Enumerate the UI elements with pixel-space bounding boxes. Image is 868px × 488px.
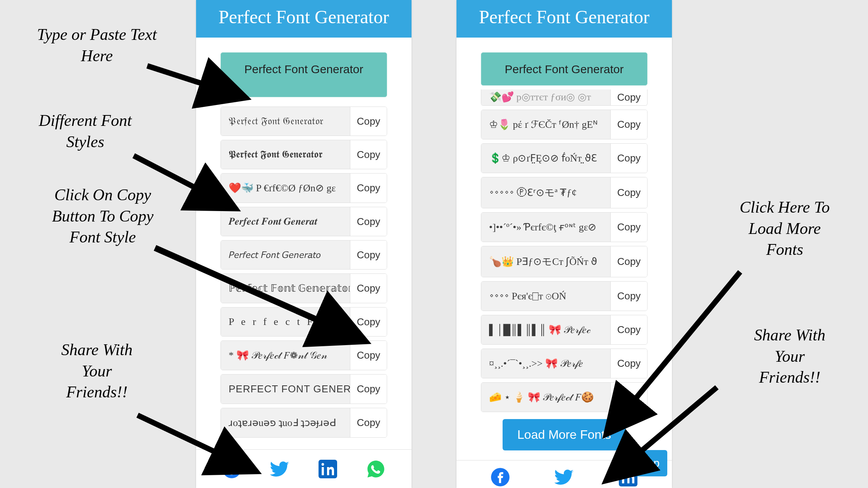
anno-share-right: Share With Your Friends!! — [728, 325, 852, 388]
font-preview: ¤¸¸.•´¯`•¸¸.>> 🎀 𝒫𝑒𝓇𝒻𝑒 — [481, 349, 610, 378]
copy-button[interactable]: Copy — [350, 341, 387, 370]
whatsapp-icon[interactable] — [365, 458, 387, 480]
font-row: ¤¸¸.•´¯`•¸¸.>> 🎀 𝒫𝑒𝓇𝒻𝑒Copy — [481, 349, 648, 378]
twitter-icon[interactable] — [269, 458, 291, 480]
font-preview: ༚༚༚༚ Pєя'є⎕т ⊙OŃ — [481, 282, 610, 311]
copy-button[interactable]: Copy — [350, 140, 387, 169]
phone-left: Perfect Font Generator Perfect Font Gene… — [196, 0, 412, 488]
phone-right: Perfect Font Generator Perfect Font Gene… — [456, 0, 672, 488]
font-row: 𝘗𝘦𝘳𝘧𝘦𝘤𝘵 𝘍𝘰𝘯𝘵 𝘎𝘦𝘯𝘦𝘳𝘢𝘵𝘰Copy — [220, 240, 387, 270]
font-row: ▌│█║▌║▌║ 🎀 𝒫𝑒𝓇𝒻𝑒𝒸Copy — [481, 315, 648, 345]
copy-button[interactable]: Copy — [610, 110, 647, 139]
font-preview: ❤️🐳 P €ґf€©Ø ƒØn⊘ gε — [221, 174, 350, 203]
font-row: ɹoʇɐɹǝuǝפ ʇuoℲ ʇɔǝɟɹǝԀCopy — [220, 408, 387, 438]
copy-button[interactable]: Copy — [350, 107, 387, 136]
font-row: ℙ𝕖𝕣𝕗𝕖𝕔𝕥 𝔽𝕠𝕟𝕥 𝔾𝕖𝕟𝕖𝕣𝕒𝕥𝕠𝕣Copy — [220, 273, 387, 303]
font-preview: ℙ𝕖𝕣𝕗𝕖𝕔𝕥 𝔽𝕠𝕟𝕥 𝔾𝕖𝕟𝕖𝕣𝕒𝕥𝕠𝕣 — [221, 274, 350, 303]
font-row: PERFECT FONT GENERATORCopy — [220, 374, 387, 404]
font-preview: •]••´º´•» Ƥєrfє©ţ ғᵒᶰᵗ gε⊘ — [481, 213, 610, 242]
font-preview: 💸💕 р◎ттєт ƒσи◎ ◎т — [481, 89, 610, 105]
font-row: 💲♔ ρ⊙ґF̤Ę⊙⊘ f́oŃт ̤ϑƐCopy — [481, 143, 648, 173]
copy-button[interactable]: Copy — [610, 89, 647, 105]
copy-button[interactable]: Copy — [350, 375, 387, 404]
font-preview: * 🎀 𝒫𝑒𝓇𝒻𝑒𝒸𝓉 𝐹❁𝓃𝓉 𝒢𝑒𝓃 — [221, 341, 350, 370]
font-preview: 𝕻𝖊𝖗𝖋𝖊𝖈𝖙 𝕱𝖔𝖓𝖙 𝕲𝖊𝖓𝖊𝖗𝖆𝖙𝖔𝖗 — [221, 140, 350, 169]
app-header: Perfect Font Generator — [196, 0, 412, 38]
text-input[interactable]: Perfect Font Generator — [481, 52, 648, 86]
font-row: •]••´º´•» Ƥєrfє©ţ ғᵒᶰᵗ gε⊘Copy — [481, 212, 648, 242]
copy-button[interactable]: Copy — [610, 315, 647, 344]
font-preview: 𝘗𝘦𝘳𝘧𝘦𝘤𝘵 𝘍𝘰𝘯𝘵 𝘎𝘦𝘯𝘦𝘳𝘢𝘵𝘰 — [221, 241, 350, 269]
font-row: ♔🌷 рέ ґ ℱЄČт ᶠØn† gEᴺCopy — [481, 110, 648, 139]
share-bar — [196, 449, 412, 488]
copy-button[interactable]: Copy — [610, 177, 647, 208]
copy-button[interactable]: Copy — [350, 274, 387, 303]
font-row: ༚༚༚༚ Pєя'є⎕т ⊙OŃCopy — [481, 281, 648, 311]
font-row: * 🎀 𝒫𝑒𝓇𝒻𝑒𝒸𝓉 𝐹❁𝓃𝓉 𝒢𝑒𝓃Copy — [220, 340, 387, 370]
font-preview: ɹoʇɐɹǝuǝפ ʇuoℲ ʇɔǝɟɹǝԀ — [221, 408, 350, 437]
copy-button[interactable]: Copy — [350, 207, 387, 236]
font-preview: 𝑷𝒆𝒓𝒇𝒆𝒄𝒕 𝑭𝒐𝒏𝒕 𝑮𝒆𝒏𝒆𝒓𝒂𝒕 — [221, 207, 350, 236]
copy-button[interactable]: Copy — [610, 246, 647, 277]
font-preview: 𝔓𝔢𝔯𝔣𝔢𝔠𝔱 𝔉𝔬𝔫𝔱 𝔊𝔢𝔫𝔢𝔯𝔞𝔱𝔬𝔯 — [221, 107, 350, 136]
font-list-left: 𝔓𝔢𝔯𝔣𝔢𝔠𝔱 𝔉𝔬𝔫𝔱 𝔊𝔢𝔫𝔢𝔯𝔞𝔱𝔬𝔯Copy 𝕻𝖊𝖗𝖋𝖊𝖈𝖙 𝕱𝖔𝖓𝖙 … — [196, 107, 412, 438]
font-preview: P e r f e c t F o n t — [221, 308, 350, 336]
font-row-partial: 💸💕 р◎ттєт ƒσи◎ ◎тCopy — [481, 89, 648, 106]
font-preview: ♔🌷 рέ ґ ℱЄČт ᶠØn† gEᴺ — [481, 110, 610, 139]
twitter-icon[interactable] — [553, 466, 575, 488]
anno-click-copy: Click On Copy Button To Copy Font Style — [31, 184, 174, 248]
text-input[interactable]: Perfect Font Generator — [220, 52, 387, 97]
font-preview: 💲♔ ρ⊙ґF̤Ę⊙⊘ f́oŃт ̤ϑƐ — [481, 144, 610, 173]
facebook-icon[interactable] — [221, 458, 243, 480]
load-more-button[interactable]: Load More Fonts — [503, 419, 626, 450]
anno-type-paste: Type or Paste Text Here — [14, 24, 180, 66]
font-row: P e r f e c t F o n tCopy — [220, 307, 387, 337]
anno-load-more: Click Here To Load More Fonts — [719, 197, 851, 260]
font-row: 🧀 ⋆ 🍦 🎀 𝒫𝑒𝓇𝒻𝑒𝒸𝓉 𝐹🍪Copy — [481, 382, 648, 412]
copy-button[interactable]: Copy — [350, 174, 387, 203]
facebook-icon[interactable] — [489, 466, 511, 488]
font-row: ❤️🐳 P €ґf€©Ø ƒØn⊘ gεCopy — [220, 173, 387, 203]
copy-button[interactable]: Copy — [610, 144, 647, 173]
linkedin-icon[interactable] — [317, 458, 339, 480]
font-row: 𝔓𝔢𝔯𝔣𝔢𝔠𝔱 𝔉𝔬𝔫𝔱 𝔊𝔢𝔫𝔢𝔯𝔞𝔱𝔬𝔯Copy — [220, 107, 387, 136]
copy-button[interactable]: Copy — [610, 213, 647, 242]
app-header: Perfect Font Generator — [456, 0, 672, 38]
font-list-right: 💸💕 р◎ттєт ƒσи◎ ◎тCopy ♔🌷 рέ ґ ℱЄČт ᶠØn† … — [456, 89, 672, 412]
font-preview: 🧀 ⋆ 🍦 🎀 𝒫𝑒𝓇𝒻𝑒𝒸𝓉 𝐹🍪 — [481, 383, 610, 412]
font-preview: 🍗👑 PƎƒ⊙モCт ʃÕŃт ϑ — [481, 246, 610, 277]
font-row: 𝕻𝖊𝖗𝖋𝖊𝖈𝖙 𝕱𝖔𝖓𝖙 𝕲𝖊𝖓𝖊𝖗𝖆𝖙𝖔𝖗Copy — [220, 140, 387, 169]
font-preview: ▌│█║▌║▌║ 🎀 𝒫𝑒𝓇𝒻𝑒𝒸 — [481, 315, 610, 344]
font-preview: PERFECT FONT GENERATOR — [221, 375, 350, 404]
font-row: ༚༚༚༚༚ ⓅƐʳ⊙モª ₮ƒ¢Copy — [481, 177, 648, 208]
copy-button[interactable]: Copy — [350, 308, 387, 336]
copy-button[interactable]: Copy — [350, 408, 387, 437]
font-row: 🍗👑 PƎƒ⊙モCт ʃÕŃт ϑCopy — [481, 246, 648, 277]
copy-button[interactable]: Copy — [610, 349, 647, 378]
font-row: 𝑷𝒆𝒓𝒇𝒆𝒄𝒕 𝑭𝒐𝒏𝒕 𝑮𝒆𝒏𝒆𝒓𝒂𝒕Copy — [220, 207, 387, 236]
scroll-top-button[interactable]: Top — [634, 450, 667, 476]
anno-diff-styles: Different Font Styles — [16, 110, 155, 152]
copy-button[interactable]: Copy — [350, 241, 387, 269]
copy-button[interactable]: Copy — [610, 383, 647, 412]
copy-button[interactable]: Copy — [610, 282, 647, 311]
anno-share-left: Share With Your Friends!! — [39, 339, 155, 403]
font-preview: ༚༚༚༚༚ ⓅƐʳ⊙モª ₮ƒ¢ — [481, 177, 610, 208]
